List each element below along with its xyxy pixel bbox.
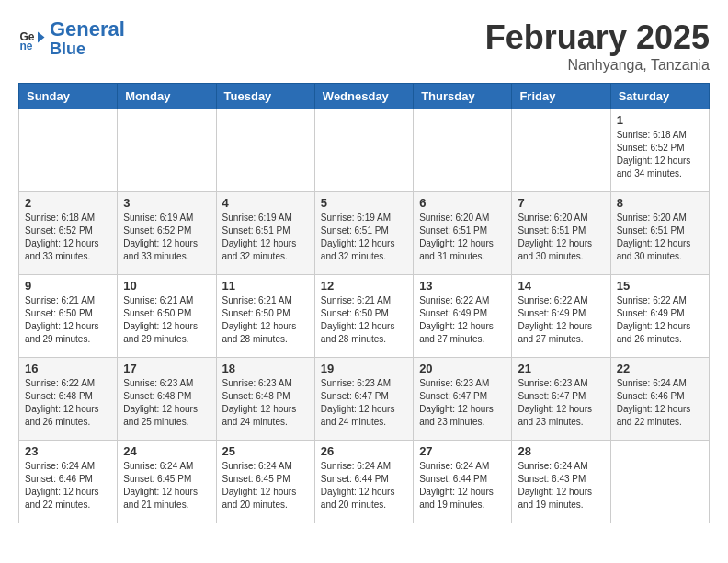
- calendar-cell: 21Sunrise: 6:23 AM Sunset: 6:47 PM Dayli…: [512, 358, 610, 441]
- calendar-cell: [512, 109, 610, 192]
- day-number: 27: [419, 444, 506, 458]
- weekday-header-wednesday: Wednesday: [314, 84, 413, 109]
- calendar-cell: 8Sunrise: 6:20 AM Sunset: 6:51 PM Daylig…: [610, 192, 709, 275]
- calendar-cell: [19, 109, 118, 192]
- day-number: 6: [419, 196, 506, 210]
- day-number: 26: [321, 444, 407, 458]
- day-number: 15: [617, 279, 703, 293]
- day-number: 22: [617, 362, 703, 375]
- calendar-cell: 6Sunrise: 6:20 AM Sunset: 6:51 PM Daylig…: [414, 192, 512, 275]
- calendar-cell: 16Sunrise: 6:22 AM Sunset: 6:48 PM Dayli…: [19, 358, 118, 441]
- day-info: Sunrise: 6:24 AM Sunset: 6:46 PM Dayligh…: [25, 460, 111, 511]
- calendar-cell: 11Sunrise: 6:21 AM Sunset: 6:50 PM Dayli…: [216, 275, 314, 358]
- day-number: 5: [321, 196, 407, 210]
- day-number: 14: [518, 279, 604, 293]
- day-info: Sunrise: 6:19 AM Sunset: 6:51 PM Dayligh…: [321, 212, 407, 263]
- day-number: 20: [419, 362, 506, 375]
- calendar-week-5: 23Sunrise: 6:24 AM Sunset: 6:46 PM Dayli…: [19, 441, 710, 523]
- calendar-cell: [216, 109, 314, 192]
- day-number: 9: [25, 279, 111, 293]
- weekday-header-sunday: Sunday: [19, 84, 118, 109]
- calendar-cell: 22Sunrise: 6:24 AM Sunset: 6:46 PM Dayli…: [610, 358, 709, 441]
- calendar-week-2: 2Sunrise: 6:18 AM Sunset: 6:52 PM Daylig…: [19, 192, 710, 275]
- location-title: Nanhyanga, Tanzania: [485, 57, 710, 74]
- day-info: Sunrise: 6:24 AM Sunset: 6:44 PM Dayligh…: [419, 460, 506, 511]
- day-info: Sunrise: 6:20 AM Sunset: 6:51 PM Dayligh…: [518, 212, 604, 263]
- day-info: Sunrise: 6:23 AM Sunset: 6:48 PM Dayligh…: [123, 377, 210, 429]
- calendar-cell: 2Sunrise: 6:18 AM Sunset: 6:52 PM Daylig…: [19, 192, 118, 275]
- calendar-cell: [314, 109, 413, 192]
- day-number: 17: [123, 362, 210, 375]
- calendar-cell: 12Sunrise: 6:21 AM Sunset: 6:50 PM Dayli…: [314, 275, 413, 358]
- logo: Ge ne General Blue: [18, 18, 125, 59]
- calendar-cell: 19Sunrise: 6:23 AM Sunset: 6:47 PM Dayli…: [314, 358, 413, 441]
- day-number: 24: [123, 444, 210, 458]
- day-number: 16: [25, 362, 111, 375]
- day-info: Sunrise: 6:19 AM Sunset: 6:51 PM Dayligh…: [222, 212, 309, 263]
- day-info: Sunrise: 6:24 AM Sunset: 6:43 PM Dayligh…: [518, 460, 604, 511]
- calendar-cell: 15Sunrise: 6:22 AM Sunset: 6:49 PM Dayli…: [610, 275, 709, 358]
- day-info: Sunrise: 6:21 AM Sunset: 6:50 PM Dayligh…: [25, 294, 111, 346]
- day-number: 25: [222, 444, 309, 458]
- day-info: Sunrise: 6:23 AM Sunset: 6:47 PM Dayligh…: [321, 377, 407, 429]
- calendar-cell: 20Sunrise: 6:23 AM Sunset: 6:47 PM Dayli…: [414, 358, 512, 441]
- calendar-cell: 13Sunrise: 6:22 AM Sunset: 6:49 PM Dayli…: [414, 275, 512, 358]
- calendar-cell: 7Sunrise: 6:20 AM Sunset: 6:51 PM Daylig…: [512, 192, 610, 275]
- calendar-week-1: 1Sunrise: 6:18 AM Sunset: 6:52 PM Daylig…: [19, 109, 710, 192]
- day-number: 13: [419, 279, 506, 293]
- day-number: 28: [518, 444, 604, 458]
- title-area: February 2025 Nanhyanga, Tanzania: [485, 18, 710, 74]
- calendar-cell: [610, 441, 709, 523]
- day-info: Sunrise: 6:20 AM Sunset: 6:51 PM Dayligh…: [617, 212, 703, 263]
- weekday-header-tuesday: Tuesday: [216, 84, 314, 109]
- weekday-header-monday: Monday: [118, 84, 216, 109]
- page-header: Ge ne General Blue February 2025 Nanhyan…: [18, 18, 710, 74]
- calendar-cell: 18Sunrise: 6:23 AM Sunset: 6:48 PM Dayli…: [216, 358, 314, 441]
- weekday-header-saturday: Saturday: [610, 84, 709, 109]
- weekday-header-friday: Friday: [512, 84, 610, 109]
- day-number: 11: [222, 279, 309, 293]
- logo-text-line1: General: [50, 18, 125, 40]
- month-title: February 2025: [485, 18, 710, 57]
- day-info: Sunrise: 6:21 AM Sunset: 6:50 PM Dayligh…: [123, 294, 210, 346]
- day-info: Sunrise: 6:24 AM Sunset: 6:46 PM Dayligh…: [617, 377, 703, 429]
- logo-icon: Ge ne: [18, 25, 46, 52]
- day-number: 21: [518, 362, 604, 375]
- day-info: Sunrise: 6:22 AM Sunset: 6:48 PM Dayligh…: [25, 377, 111, 429]
- day-info: Sunrise: 6:21 AM Sunset: 6:50 PM Dayligh…: [321, 294, 407, 346]
- day-number: 3: [123, 196, 210, 210]
- day-number: 12: [321, 279, 407, 293]
- svg-marker-2: [38, 31, 45, 42]
- day-number: 1: [617, 113, 703, 127]
- day-number: 7: [518, 196, 604, 210]
- day-info: Sunrise: 6:24 AM Sunset: 6:45 PM Dayligh…: [222, 460, 309, 511]
- calendar-cell: 23Sunrise: 6:24 AM Sunset: 6:46 PM Dayli…: [19, 441, 118, 523]
- day-number: 19: [321, 362, 407, 375]
- calendar-cell: 4Sunrise: 6:19 AM Sunset: 6:51 PM Daylig…: [216, 192, 314, 275]
- weekday-header-row: SundayMondayTuesdayWednesdayThursdayFrid…: [19, 84, 710, 109]
- day-info: Sunrise: 6:23 AM Sunset: 6:48 PM Dayligh…: [222, 377, 309, 429]
- day-info: Sunrise: 6:23 AM Sunset: 6:47 PM Dayligh…: [518, 377, 604, 429]
- calendar-cell: 27Sunrise: 6:24 AM Sunset: 6:44 PM Dayli…: [414, 441, 512, 523]
- calendar-table: SundayMondayTuesdayWednesdayThursdayFrid…: [18, 83, 710, 523]
- day-info: Sunrise: 6:24 AM Sunset: 6:45 PM Dayligh…: [123, 460, 210, 511]
- calendar-cell: 5Sunrise: 6:19 AM Sunset: 6:51 PM Daylig…: [314, 192, 413, 275]
- calendar-cell: 24Sunrise: 6:24 AM Sunset: 6:45 PM Dayli…: [118, 441, 216, 523]
- day-info: Sunrise: 6:21 AM Sunset: 6:50 PM Dayligh…: [222, 294, 309, 346]
- weekday-header-thursday: Thursday: [414, 84, 512, 109]
- calendar-week-4: 16Sunrise: 6:22 AM Sunset: 6:48 PM Dayli…: [19, 358, 710, 441]
- day-info: Sunrise: 6:19 AM Sunset: 6:52 PM Dayligh…: [123, 212, 210, 263]
- calendar-cell: 9Sunrise: 6:21 AM Sunset: 6:50 PM Daylig…: [19, 275, 118, 358]
- day-info: Sunrise: 6:24 AM Sunset: 6:44 PM Dayligh…: [321, 460, 407, 511]
- calendar-week-3: 9Sunrise: 6:21 AM Sunset: 6:50 PM Daylig…: [19, 275, 710, 358]
- day-info: Sunrise: 6:20 AM Sunset: 6:51 PM Dayligh…: [419, 212, 506, 263]
- day-info: Sunrise: 6:22 AM Sunset: 6:49 PM Dayligh…: [518, 294, 604, 346]
- calendar-cell: 17Sunrise: 6:23 AM Sunset: 6:48 PM Dayli…: [118, 358, 216, 441]
- calendar-cell: 10Sunrise: 6:21 AM Sunset: 6:50 PM Dayli…: [118, 275, 216, 358]
- calendar-cell: 1Sunrise: 6:18 AM Sunset: 6:52 PM Daylig…: [610, 109, 709, 192]
- day-number: 18: [222, 362, 309, 375]
- calendar-cell: 26Sunrise: 6:24 AM Sunset: 6:44 PM Dayli…: [314, 441, 413, 523]
- svg-text:ne: ne: [20, 40, 33, 52]
- day-info: Sunrise: 6:18 AM Sunset: 6:52 PM Dayligh…: [25, 212, 111, 263]
- logo-text-line2: Blue: [50, 40, 125, 59]
